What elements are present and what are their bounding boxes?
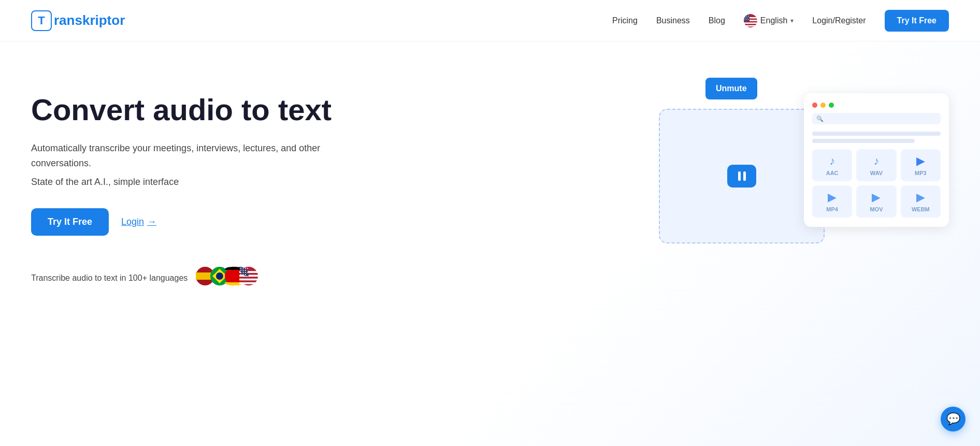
dot-red: [812, 103, 817, 108]
svg-point-16: [748, 19, 749, 20]
svg-point-33: [243, 270, 244, 271]
svg-point-7: [746, 15, 747, 16]
languages-text: Transcribe audio to text in 100+ languag…: [31, 274, 188, 283]
dot-yellow: [820, 103, 826, 108]
pause-icon: [738, 171, 746, 181]
mov-label: MOV: [870, 206, 883, 212]
aac-label: AAC: [826, 170, 839, 176]
svg-point-14: [744, 19, 745, 20]
svg-point-28: [240, 268, 241, 269]
svg-point-32: [240, 270, 241, 271]
flag-group: [196, 267, 258, 290]
formats-grid: ♪ AAC ♪ WAV ▶ MP3 ▶ MP4 ▶ MOV: [812, 149, 941, 218]
us-flag-icon: [744, 14, 757, 27]
login-label: Login: [121, 217, 144, 227]
svg-point-30: [245, 268, 246, 269]
svg-point-31: [247, 268, 248, 269]
nav-blog[interactable]: Blog: [709, 16, 725, 25]
browser-dots: [812, 103, 941, 108]
text-lines: [812, 132, 941, 143]
svg-point-38: [247, 272, 248, 273]
hero-section: Convert audio to text Automatically tran…: [0, 41, 980, 446]
format-mov: ▶ MOV: [856, 185, 896, 218]
nav-login-register[interactable]: Login/Register: [812, 16, 866, 25]
play-pause-button[interactable]: [727, 165, 756, 188]
chevron-down-icon: ▾: [790, 17, 794, 24]
mp3-label: MP3: [915, 170, 927, 176]
mov-icon: ▶: [872, 191, 881, 204]
dot-green: [829, 103, 834, 108]
try-it-free-header-button[interactable]: Try It Free: [885, 10, 949, 32]
header: T ranskriptor Pricing Business Blog: [0, 0, 980, 41]
format-mp4: ▶ MP4: [812, 185, 852, 218]
svg-point-41: [245, 274, 246, 275]
mp4-icon: ▶: [828, 191, 837, 204]
chat-bubble-button[interactable]: 💬: [941, 407, 965, 431]
svg-point-36: [243, 272, 244, 273]
aac-icon: ♪: [829, 154, 835, 168]
arrow-icon: →: [147, 217, 156, 227]
svg-point-10: [746, 16, 747, 17]
svg-point-15: [746, 19, 747, 20]
mp3-icon: ▶: [916, 154, 925, 168]
language-selector[interactable]: English ▾: [744, 14, 794, 27]
svg-point-35: [240, 272, 241, 273]
svg-point-12: [745, 18, 746, 19]
webm-icon: ▶: [916, 191, 925, 204]
mp4-label: MP4: [826, 206, 838, 212]
hero-subtitle: Automatically transcribe your meetings, …: [31, 141, 342, 171]
svg-point-11: [748, 16, 749, 17]
unmute-button[interactable]: Unmute: [705, 78, 757, 99]
logo-icon: T: [31, 10, 52, 31]
chat-icon: 💬: [946, 412, 960, 426]
text-line-1: [812, 132, 941, 136]
wav-icon: ♪: [873, 154, 879, 168]
svg-point-39: [240, 274, 241, 275]
svg-point-6: [744, 15, 745, 16]
player-card: [659, 109, 825, 243]
logo-text: ranskriptor: [54, 12, 125, 28]
language-label: English: [760, 16, 787, 25]
svg-point-21: [216, 272, 223, 280]
webm-label: WEBM: [912, 206, 930, 212]
pause-bar-right: [743, 171, 746, 181]
svg-rect-3: [744, 22, 757, 24]
nav-business[interactable]: Business: [656, 16, 690, 25]
format-mp3: ▶ MP3: [901, 149, 941, 181]
svg-point-8: [748, 15, 749, 16]
try-it-free-hero-button[interactable]: Try It Free: [31, 208, 109, 236]
svg-point-37: [245, 272, 246, 273]
svg-point-40: [243, 274, 244, 275]
formats-card: 🔍 ♪ AAC ♪ WAV ▶ MP3: [804, 93, 949, 227]
svg-point-13: [747, 18, 748, 19]
search-icon: 🔍: [816, 116, 824, 122]
main-nav: Pricing Business Blog: [612, 10, 949, 32]
svg-rect-4: [744, 25, 757, 26]
hero-title: Convert audio to text: [31, 93, 342, 126]
nav-pricing[interactable]: Pricing: [612, 16, 638, 25]
languages-section: Transcribe audio to text in 100+ languag…: [31, 267, 342, 290]
hero-cta-group: Try It Free Login →: [31, 208, 342, 236]
svg-point-34: [245, 270, 246, 271]
pause-bar-left: [738, 171, 741, 181]
text-line-2: [812, 139, 915, 143]
hero-tagline: State of the art A.I., simple interface: [31, 177, 342, 188]
browser-bar: 🔍: [812, 113, 941, 124]
wav-label: WAV: [870, 170, 883, 176]
svg-rect-27: [239, 282, 258, 284]
svg-rect-26: [239, 279, 258, 281]
login-link[interactable]: Login →: [121, 217, 156, 227]
hero-visual: Unmute 🔍: [659, 78, 949, 285]
svg-point-9: [744, 16, 745, 17]
logo[interactable]: T ranskriptor: [31, 10, 125, 31]
hero-left: Convert audio to text Automatically tran…: [31, 83, 342, 290]
usa-flag-icon: [239, 267, 258, 290]
format-webm: ▶ WEBM: [901, 185, 941, 218]
svg-rect-25: [239, 275, 258, 277]
svg-point-29: [243, 268, 244, 269]
format-wav: ♪ WAV: [856, 149, 896, 181]
format-aac: ♪ AAC: [812, 149, 852, 181]
